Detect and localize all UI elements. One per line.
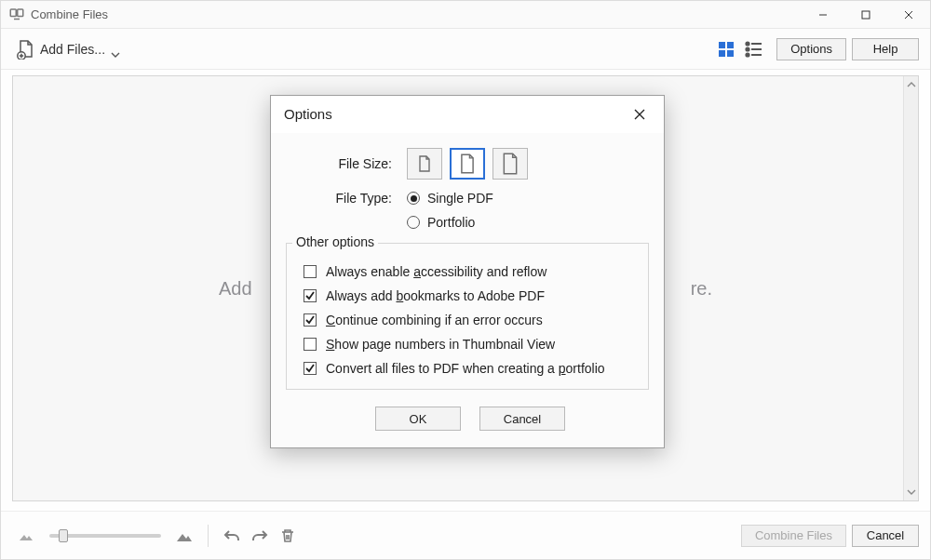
svg-rect-7 [727, 50, 734, 57]
svg-rect-1 [18, 9, 23, 17]
svg-rect-6 [719, 50, 725, 57]
file-size-small[interactable] [407, 148, 442, 180]
svg-point-8 [747, 42, 749, 45]
radio-icon [407, 192, 420, 205]
file-type-portfolio-radio[interactable]: Portfolio [407, 215, 493, 230]
app-icon [8, 7, 25, 23]
separator [208, 525, 209, 547]
checkbox-label: Continue combining if an error occurs [326, 313, 543, 327]
checkbox-label: Always add bookmarks to Adobe PDF [326, 288, 545, 303]
svg-rect-5 [727, 42, 734, 48]
options-button[interactable]: Options [776, 38, 846, 60]
window-maximize-button[interactable] [844, 1, 887, 29]
radio-icon [407, 216, 420, 229]
file-size-default[interactable] [450, 148, 485, 180]
scroll-down-icon [907, 487, 916, 497]
file-size-label: File Size: [286, 156, 407, 171]
window-titlebar: Combine Files [1, 1, 930, 29]
bottom-toolbar: Combine Files Cancel [1, 511, 930, 559]
zoom-slider-thumb[interactable] [59, 529, 68, 542]
svg-point-10 [747, 53, 749, 56]
checkbox-label: Always enable accessibility and reflow [326, 264, 546, 279]
vertical-scrollbar[interactable] [903, 76, 918, 500]
zoom-small-icon [16, 526, 36, 546]
help-button[interactable]: Help [852, 38, 919, 60]
dialog-cancel-button[interactable]: Cancel [479, 407, 565, 431]
checkbox-icon [304, 338, 317, 351]
cancel-button[interactable]: Cancel [852, 525, 919, 547]
other-options-legend: Other options [292, 234, 378, 249]
combine-files-button: Combine Files [741, 525, 846, 547]
file-type-single-radio[interactable]: Single PDF [407, 191, 493, 206]
file-type-label: File Type: [286, 189, 407, 206]
other-options-group: Other options Always enable accessibilit… [286, 243, 649, 390]
svg-rect-0 [10, 9, 16, 17]
zoom-large-icon [174, 526, 195, 546]
scroll-up-icon [907, 80, 916, 89]
dialog-title: Options [284, 106, 332, 122]
radio-label: Single PDF [427, 191, 493, 206]
file-size-large[interactable] [492, 148, 528, 180]
undo-button[interactable] [222, 526, 242, 546]
checkbox-convert-to-pdf[interactable]: Convert all files to PDF when creating a… [304, 361, 637, 376]
checkbox-icon [304, 289, 317, 302]
dialog-close-button[interactable] [628, 103, 651, 126]
delete-button[interactable] [277, 526, 298, 546]
svg-rect-2 [862, 11, 870, 19]
checkbox-page-numbers[interactable]: Show page numbers in Thumbnail View [304, 337, 637, 352]
radio-label: Portfolio [427, 215, 475, 230]
add-files-label: Add Files... [40, 42, 105, 57]
checkbox-icon [304, 265, 317, 278]
dialog-titlebar: Options [271, 96, 664, 133]
checkbox-accessibility[interactable]: Always enable accessibility and reflow [304, 264, 637, 279]
checkbox-continue-on-error[interactable]: Continue combining if an error occurs [304, 313, 637, 327]
add-files-dropdown[interactable]: Add Files... [12, 35, 124, 63]
checkbox-label: Show page numbers in Thumbnail View [326, 337, 555, 352]
checkbox-icon [304, 313, 317, 327]
zoom-slider[interactable] [49, 534, 161, 538]
window-minimize-button[interactable] [802, 1, 844, 29]
svg-rect-4 [719, 42, 725, 48]
caret-down-icon [111, 47, 120, 52]
toolbar: Add Files... Options Help [1, 29, 930, 70]
window-close-button[interactable] [887, 1, 930, 29]
window-title: Combine Files [31, 7, 108, 21]
thumbnail-view-button[interactable] [715, 38, 737, 60]
dialog-ok-button[interactable]: OK [375, 407, 461, 431]
add-files-icon [16, 39, 34, 60]
checkbox-icon [304, 362, 317, 375]
options-dialog: Options File Size: File Type: Single PDF [270, 95, 665, 448]
svg-point-9 [747, 47, 749, 50]
checkbox-label: Convert all files to PDF when creating a… [326, 361, 605, 376]
list-view-button[interactable] [743, 38, 765, 60]
redo-button[interactable] [250, 526, 270, 546]
checkbox-bookmarks[interactable]: Always add bookmarks to Adobe PDF [304, 288, 637, 303]
